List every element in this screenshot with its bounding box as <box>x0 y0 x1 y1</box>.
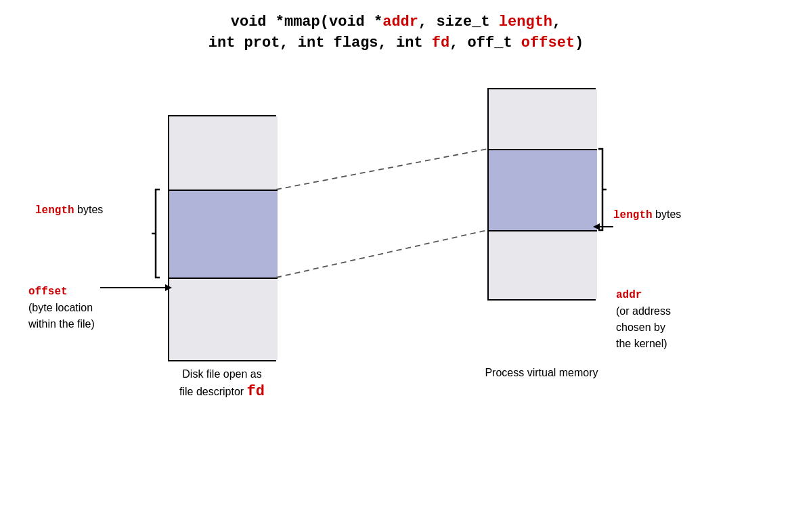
memory-label: Process virtual memory <box>474 367 609 379</box>
page: void *mmap(void *addr, size_t length, in… <box>0 0 792 532</box>
disk-fd-label: fd <box>247 383 265 400</box>
title-comma: , <box>552 14 561 30</box>
disk-label-line1: Disk file open as <box>182 368 261 380</box>
offset-desc1: (byte location <box>28 302 93 313</box>
addr-label: addr (or address chosen by the kernel) <box>616 286 671 352</box>
title-addr: addr <box>382 14 418 30</box>
addr-desc1: (or address <box>616 305 671 317</box>
length-keyword-left: length <box>35 204 74 217</box>
memory-box-container <box>487 88 596 301</box>
title-line2: int prot, int flags, int fd, off_t offse… <box>0 33 792 54</box>
title-line1: void *mmap(void *addr, size_t length, <box>0 12 792 33</box>
title-area: void *mmap(void *addr, size_t length, in… <box>0 0 792 54</box>
diagram-area: Disk file open as file descriptor fd Pro… <box>0 74 792 514</box>
length-bytes-right: bytes <box>655 208 681 220</box>
memory-box <box>487 88 596 301</box>
title-length: length <box>499 14 552 30</box>
title-offt: , off_t <box>449 35 521 51</box>
file-box-container <box>168 115 276 361</box>
offset-desc2: within the file) <box>28 318 95 330</box>
title-void: void *mmap(void * <box>231 14 382 30</box>
title-fd: fd <box>432 35 449 51</box>
length-label-right: length bytes <box>613 206 681 223</box>
title-paren: ) <box>575 35 584 51</box>
disk-label: Disk file open as file descriptor fd <box>168 367 276 403</box>
title-offset: offset <box>521 35 575 51</box>
title-int-prot: int prot, int flags, int <box>208 35 432 51</box>
offset-keyword: offset <box>28 286 68 298</box>
disk-label-line2: file descriptor <box>179 386 247 397</box>
length-label-left: length bytes <box>35 202 103 219</box>
mem-cell-bot <box>489 231 597 299</box>
mem-cell-top <box>489 89 597 150</box>
offset-label: offset (byte location within the file) <box>28 283 95 332</box>
addr-desc3: the kernel) <box>616 338 667 349</box>
mem-cell-mid <box>489 150 597 231</box>
length-bytes-left: bytes <box>77 204 103 215</box>
file-cell-bot <box>169 279 278 360</box>
file-box <box>168 115 276 361</box>
addr-desc2: chosen by <box>616 322 665 333</box>
length-keyword-right: length <box>613 209 653 221</box>
file-cell-top <box>169 116 278 191</box>
addr-keyword: addr <box>616 289 642 301</box>
memory-label-text: Process virtual memory <box>485 367 598 378</box>
file-cell-mid <box>169 191 278 279</box>
title-size: , size_t <box>418 14 499 30</box>
